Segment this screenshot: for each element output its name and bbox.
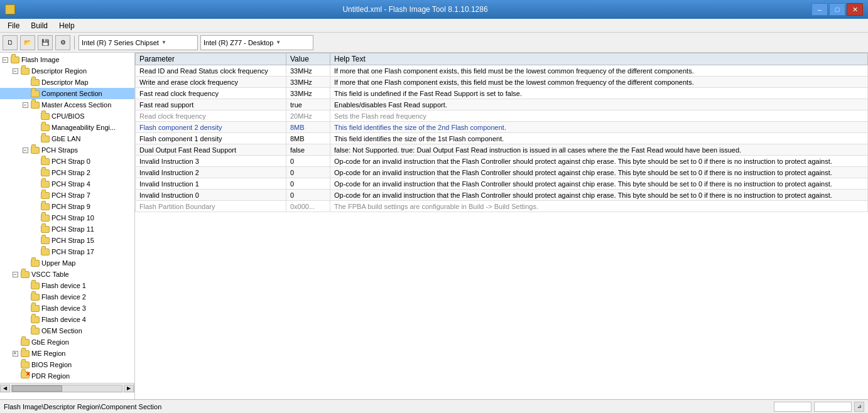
table-row[interactable]: Fast read supporttrueEnables/disables Fa… [136, 99, 868, 110]
table-row[interactable]: Fast read clock frequency33MHzThis field… [136, 88, 868, 99]
table-row[interactable]: Read ID and Read Status clock frequency3… [136, 65, 868, 77]
tree-node-flash-device-2[interactable]: Flash device 2 [0, 291, 134, 303]
table-row[interactable]: Dual Output Fast Read Supportfalsefalse:… [136, 144, 868, 156]
folder-icon-gbe-lan [40, 134, 50, 144]
table-row[interactable]: Read clock frequency20MHzSets the Flash … [136, 110, 868, 122]
tree-node-vscc-table[interactable]: − VSCC Table [0, 269, 134, 280]
scroll-track[interactable] [11, 385, 122, 392]
tree-node-gbe-region[interactable]: GbE Region [0, 336, 134, 348]
folder-icon-flash-image [10, 55, 20, 65]
table-row[interactable]: Flash component 1 density8MBThis field i… [136, 133, 868, 144]
tree-node-gbe-lan[interactable]: GbE LAN [0, 133, 134, 144]
table-row[interactable]: Invalid Instruction 00Op-code for an inv… [136, 190, 868, 201]
tree-node-pch-strap-17[interactable]: PCH Strap 17 [0, 246, 134, 257]
tree-expander-me-region[interactable]: + [10, 348, 20, 358]
tree-node-pch-strap-15[interactable]: PCH Strap 15 [0, 235, 134, 246]
folder-icon-pch-strap-2 [40, 168, 50, 178]
tree-node-manageability-engine[interactable]: Manageability Engi... [0, 122, 134, 133]
table-row[interactable]: Invalid Instruction 20Op-code for an inv… [136, 167, 868, 178]
tree-container: − Flash Image− Descriptor Region Descrip… [0, 53, 134, 383]
platform-arrow: ▼ [276, 40, 281, 45]
table-row[interactable]: Flash component 2 density8MBThis field i… [136, 122, 868, 133]
folder-icon-pch-strap-15 [40, 235, 50, 245]
table-row[interactable]: Invalid Instruction 30Op-code for an inv… [136, 156, 868, 167]
menu-build[interactable]: Build [26, 20, 53, 31]
left-panel[interactable]: − Flash Image− Descriptor Region Descrip… [0, 53, 135, 399]
tree-node-descriptor-map[interactable]: Descriptor Map [0, 77, 134, 88]
menu-bar: File Build Help [0, 19, 868, 33]
cell-parameter: Invalid Instruction 0 [136, 190, 286, 201]
tree-node-pch-strap-9[interactable]: PCH Strap 9 [0, 201, 134, 212]
tree-node-cpu-bios[interactable]: CPU/BIOS [0, 110, 134, 122]
tree-node-descriptor-region[interactable]: − Descriptor Region [0, 65, 134, 77]
scroll-left-arrow[interactable]: ◀ [0, 385, 10, 392]
parameter-table: Parameter Value Help Text Read ID and Re… [135, 53, 868, 212]
cell-help: If more that one Flash component exists,… [330, 65, 868, 77]
tree-expander-master-access-section[interactable]: − [20, 100, 30, 110]
folder-icon-descriptor-map [30, 77, 40, 87]
new-button[interactable]: 🗋 [3, 35, 18, 50]
cell-parameter: Write and erase clock frequency [136, 77, 286, 88]
right-panel[interactable]: Parameter Value Help Text Read ID and Re… [135, 53, 868, 399]
tree-node-pch-strap-0[interactable]: PCH Strap 0 [0, 156, 134, 167]
tree-expander-vscc-table[interactable]: − [10, 269, 20, 279]
column-value: Value [286, 53, 330, 65]
tree-node-pch-straps[interactable]: − PCH Straps [0, 144, 134, 156]
status-cell-1 [774, 402, 811, 412]
tree-node-pch-strap-10[interactable]: PCH Strap 10 [0, 212, 134, 223]
scroll-thumb[interactable] [12, 385, 62, 392]
save-button[interactable]: 💾 [38, 35, 53, 50]
resize-grip[interactable]: ⊿ [854, 402, 864, 412]
chipset-label: Intel (R) 7 Series Chipset [82, 39, 159, 46]
close-button[interactable]: ✕ [847, 3, 863, 16]
tree-label-flash-device-3: Flash device 3 [41, 304, 86, 312]
table-row[interactable]: Write and erase clock frequency33MHzIf m… [136, 77, 868, 88]
tree-expander-descriptor-region[interactable]: − [10, 66, 20, 76]
table-row[interactable]: Flash Partition Boundary0x000...The FPBA… [136, 201, 868, 212]
tree-label-descriptor-map: Descriptor Map [41, 78, 89, 86]
table-row[interactable]: Invalid Instruction 10Op-code for an inv… [136, 178, 868, 190]
folder-icon-pch-strap-10 [40, 213, 50, 223]
folder-icon-pch-straps [30, 145, 40, 155]
cell-value: 33MHz [286, 88, 330, 99]
tree-node-pch-strap-7[interactable]: PCH Strap 7 [0, 190, 134, 201]
platform-dropdown[interactable]: Intel (R) Z77 - Desktop ▼ [200, 35, 313, 50]
tree-label-pch-strap-0: PCH Strap 0 [52, 158, 90, 165]
open-button[interactable]: 📂 [20, 35, 35, 50]
cell-value: 0 [286, 178, 330, 190]
tree-label-pch-strap-11: PCH Strap 11 [52, 225, 94, 233]
tree-node-pch-strap-4[interactable]: PCH Strap 4 [0, 178, 134, 190]
tree-node-flash-device-3[interactable]: Flash device 3 [0, 303, 134, 314]
tree-node-master-access-section[interactable]: − Master Access Section [0, 99, 134, 110]
properties-button[interactable]: ⚙ [55, 35, 70, 50]
title-bar: Untitled.xml - Flash Image Tool 8.1.10.1… [0, 0, 868, 19]
folder-icon-component-section [30, 88, 40, 99]
horizontal-scrollbar[interactable]: ◀ ▶ [0, 383, 134, 393]
chipset-dropdown[interactable]: Intel (R) 7 Series Chipset ▼ [79, 35, 198, 50]
folder-icon-vscc-table [20, 269, 30, 279]
folder-icon-bios-region [20, 360, 30, 370]
status-path: Flash Image\Descriptor Region\Component … [4, 403, 161, 410]
tree-node-upper-map[interactable]: Upper Map [0, 257, 134, 269]
scroll-right-arrow[interactable]: ▶ [124, 385, 134, 392]
tree-node-pch-strap-11[interactable]: PCH Strap 11 [0, 223, 134, 235]
tree-expander-flash-image[interactable]: − [0, 55, 10, 65]
tree-node-me-region[interactable]: + ME Region [0, 348, 134, 359]
tree-node-pdr-region[interactable]: ✕ PDR Region [0, 370, 134, 382]
tree-node-flash-device-1[interactable]: Flash device 1 [0, 280, 134, 291]
tree-node-flash-device-4[interactable]: Flash device 4 [0, 314, 134, 325]
tree-expander-pch-straps[interactable]: − [20, 145, 30, 155]
cell-value: 0 [286, 167, 330, 178]
menu-help[interactable]: Help [54, 20, 80, 31]
maximize-button[interactable]: □ [829, 3, 845, 16]
tree-node-pch-strap-2[interactable]: PCH Strap 2 [0, 167, 134, 178]
minimize-button[interactable]: – [811, 3, 828, 16]
tree-node-oem-section[interactable]: OEM Section [0, 325, 134, 336]
menu-file[interactable]: File [3, 20, 24, 31]
tree-expander-gbe-region [10, 337, 20, 347]
tree-node-component-section[interactable]: Component Section [0, 88, 134, 99]
separator-1 [74, 36, 75, 50]
tree-node-flash-image[interactable]: − Flash Image [0, 54, 134, 65]
cell-help: Op-code for an invalid instruction that … [330, 190, 868, 201]
tree-node-bios-region[interactable]: BIOS Region [0, 359, 134, 370]
